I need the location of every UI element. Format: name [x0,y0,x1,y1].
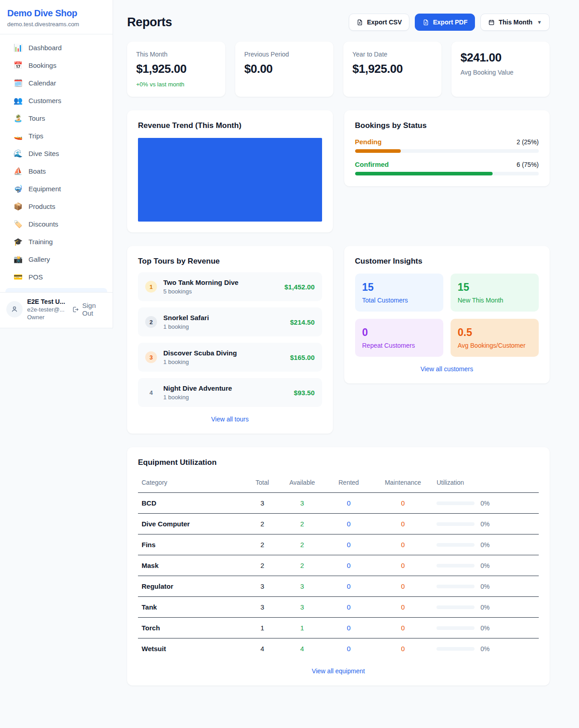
tour-bookings: 5 bookings [163,288,238,295]
dashboard-icon: 📊 [14,43,23,52]
tour-amount: $1,452.00 [285,283,315,291]
cell-rented: 0 [324,618,373,638]
sign-out-label: Sign Out [82,302,106,317]
cell-total: 3 [245,597,280,618]
cell-rented: 0 [324,514,373,534]
revenue-trend-title: Revenue Trend (This Month) [138,121,322,130]
insight-new-this-month: 15 New This Month [451,274,539,312]
utilization-pct: 0% [480,645,489,652]
sidebar-item-gallery[interactable]: 📸Gallery [0,251,113,268]
cell-category: Fins [138,534,245,555]
stat-card-year-to-date: Year to Date $1,925.00 [343,42,441,97]
view-all-customers-link[interactable]: View all customers [355,365,539,373]
utilization-bar [437,564,475,567]
rank-badge: 2 [145,316,157,328]
cell-maintenance: 0 [373,534,433,555]
stat-value: $241.00 [460,51,541,65]
people-icon: 👥 [14,96,23,105]
export-csv-button[interactable]: Export CSV [349,14,409,31]
person-icon [10,305,19,313]
cell-category: Regulator [138,576,245,597]
sidebar-item-reports-partial[interactable] [5,288,107,292]
tour-amount: $93.50 [294,389,315,397]
tour-bookings: 1 booking [163,394,232,401]
camera-icon: 📸 [14,255,23,264]
utilization-pct: 0% [480,583,489,590]
cell-available: 2 [280,534,324,555]
progress-fill [355,172,493,175]
cell-available: 2 [280,514,324,534]
status-row-confirmed: Confirmed 6 (75%) [355,161,539,175]
rank-badge: 3 [145,351,157,363]
sidebar-item-bookings[interactable]: 📅Bookings [0,57,113,74]
sidebar-item-label: Trips [28,132,43,140]
stat-label: Year to Date [352,51,432,58]
sidebar-item-trips[interactable]: 🚤Trips [0,127,113,145]
calendar-icon: 🗓️ [14,79,23,87]
table-row: Regulator 3 3 0 0 0% [138,576,539,597]
insight-repeat-customers: 0 Repeat Customers [355,319,443,357]
utilization-bar [437,585,475,588]
view-all-tours-link[interactable]: View all tours [138,416,322,423]
table-row: Wetsuit 4 4 0 0 0% [138,638,539,659]
sidebar-item-products[interactable]: 📦Products [0,198,113,215]
sidebar-item-tours[interactable]: 🏝️Tours [0,109,113,127]
cell-available: 1 [280,618,324,638]
sidebar-item-label: Training [28,238,53,246]
tour-amount: $165.00 [290,354,314,361]
customer-insights-card: Customer Insights 15 Total Customers 15 … [344,246,550,383]
credit-card-icon: 💳 [14,273,23,281]
sidebar-item-pos[interactable]: 💳POS [0,268,113,286]
cell-maintenance: 0 [373,618,433,638]
bookings-by-status-title: Bookings by Status [355,121,539,130]
insight-label: Repeat Customers [362,342,436,349]
sidebar-item-training[interactable]: 🎓Training [0,233,113,251]
cell-rented: 0 [324,493,373,514]
stat-value: $0.00 [244,62,324,76]
cell-maintenance: 0 [373,514,433,534]
cell-category: Torch [138,618,245,638]
col-header-total: Total [245,475,280,493]
tour-name: Discover Scuba Diving [163,349,237,357]
utilization-pct: 0% [480,624,489,632]
table-row: Dive Computer 2 2 0 0 0% [138,514,539,534]
tour-bookings: 1 booking [163,359,237,365]
cell-available: 3 [280,576,324,597]
cell-total: 2 [245,514,280,534]
sidebar-item-dashboard[interactable]: 📊Dashboard [0,39,113,57]
table-row: Tank 3 3 0 0 0% [138,597,539,618]
sidebar-item-equipment[interactable]: 🤿Equipment [0,180,113,198]
utilization-bar [437,501,475,505]
cell-total: 2 [245,555,280,576]
cell-category: Tank [138,597,245,618]
sidebar-item-label: Boats [28,167,46,175]
rank-badge: 4 [145,387,157,398]
cell-rented: 0 [324,534,373,555]
tour-name: Two Tank Morning Dive [163,279,238,286]
file-download-icon [356,19,363,26]
sidebar-item-calendar[interactable]: 🗓️Calendar [0,74,113,92]
cell-maintenance: 0 [373,638,433,659]
stats-row: This Month $1,925.00 +0% vs last month P… [127,42,550,97]
export-pdf-button[interactable]: Export PDF [415,14,475,31]
col-header-rented: Rented [324,475,373,493]
stat-delta: +0% vs last month [136,81,216,88]
period-dropdown[interactable]: This Month ▼ [480,14,550,31]
sidebar-item-discounts[interactable]: 🏷️Discounts [0,215,113,233]
sidebar-item-boats[interactable]: ⛵Boats [0,162,113,180]
cell-maintenance: 0 [373,555,433,576]
sidebar-item-dive-sites[interactable]: 🌊Dive Sites [0,145,113,162]
insight-label: Total Customers [362,297,436,304]
sidebar-item-label: Bookings [28,61,57,69]
cell-total: 1 [245,618,280,638]
view-all-equipment-link[interactable]: View all equipment [138,667,539,675]
col-header-category: Category [138,475,245,493]
cell-rented: 0 [324,576,373,597]
sidebar-item-customers[interactable]: 👥Customers [0,92,113,109]
sign-out-button[interactable]: Sign Out [72,302,106,317]
sidebar-item-label: Gallery [28,255,50,263]
table-row: BCD 3 3 0 0 0% [138,493,539,514]
utilization-pct: 0% [480,604,489,611]
tour-row: 1 Two Tank Morning Dive5 bookings $1,452… [138,272,322,301]
sailboat-icon: ⛵ [14,167,23,175]
